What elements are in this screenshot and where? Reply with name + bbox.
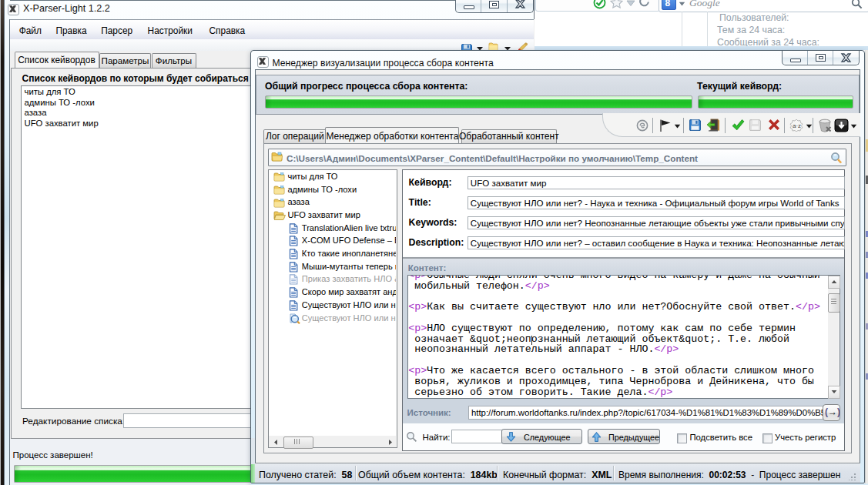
svg-text:a·z: a·z <box>793 122 801 129</box>
